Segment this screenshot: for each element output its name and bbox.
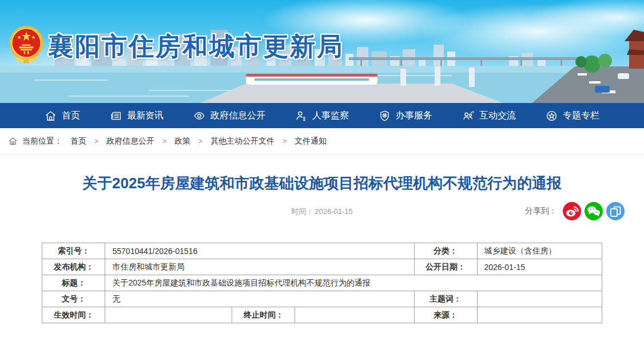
breadcrumb-link-doc-notice[interactable]: 文件通知 — [295, 136, 327, 146]
table-row: 生效时间： 终止时间： 来源： — [42, 307, 602, 323]
nav-item-services[interactable]: 办事服务 — [379, 110, 432, 122]
national-emblem-icon — [8, 24, 45, 68]
document-meta-table: 索引号： 557010441/2026-01516 分类： 城乡建设（含住房） … — [42, 243, 602, 323]
nav-label: 办事服务 — [396, 110, 432, 122]
meta-label-expiry: 终止时间： — [232, 307, 295, 323]
wechat-share-icon[interactable] — [585, 202, 603, 220]
breadcrumb-separator: > — [198, 137, 202, 145]
meta-label-effective: 生效时间： — [42, 307, 105, 323]
nav-item-news[interactable]: 最新资讯 — [110, 110, 164, 122]
breadcrumb-separator: > — [94, 137, 98, 145]
meta-value-category: 城乡建设（含住房） — [477, 243, 602, 259]
meta-value-effective — [105, 307, 232, 323]
share-bar: 分享到： — [525, 202, 625, 220]
nav-label: 政府信息公开 — [210, 110, 265, 122]
site-title[interactable]: 襄阳市住房和城市更新局 — [48, 30, 344, 64]
breadcrumb-link-policy[interactable]: 政策 — [174, 136, 190, 146]
time-label: 时间： — [291, 207, 313, 216]
nav-label: 首页 — [62, 110, 80, 122]
meta-label-category: 分类： — [414, 243, 477, 259]
nav-label: 最新资讯 — [127, 110, 164, 122]
share-label: 分享到： — [525, 206, 557, 216]
nav-item-interaction[interactable]: 互动交流 — [462, 110, 516, 122]
copy-doc-share-icon[interactable] — [606, 202, 625, 220]
meta-value-title: 关于2025年房屋建筑和市政基础设施项目招标代理机构不规范行为的通报 — [105, 275, 602, 291]
breadcrumb-separator: > — [162, 137, 166, 145]
meta-label-source: 来源： — [414, 307, 477, 323]
table-row: 发布机构： 市住房和城市更新局 公开日期： 2026-01-15 — [42, 259, 602, 275]
meta-value-index: 557010441/2026-01516 — [105, 243, 414, 259]
breadcrumb-home-icon — [8, 136, 18, 146]
nav-item-home[interactable]: 首页 — [45, 110, 80, 122]
nav-item-gov-info[interactable]: 政府信息公开 — [193, 110, 265, 122]
meta-label-docnum: 文号： — [42, 291, 105, 307]
site-banner: 襄阳市住房和城市更新局 — [0, 0, 644, 103]
eye-icon — [193, 110, 205, 122]
table-row: 标题： 关于2025年房屋建筑和市政基础设施项目招标代理机构不规范行为的通报 — [42, 275, 602, 291]
breadcrumb-separator: > — [283, 137, 287, 145]
person-icon — [295, 110, 307, 122]
breadcrumb-label: 当前位置： — [22, 136, 62, 146]
time-value: 2026-01-15 — [315, 207, 353, 216]
meta-value-source — [477, 307, 602, 323]
breadcrumb-link-gov-info[interactable]: 政府信息公开 — [106, 136, 154, 146]
weibo-share-icon[interactable] — [563, 202, 581, 220]
meta-value-docnum: 无 — [105, 291, 414, 307]
meta-label-keywords: 主题词： — [414, 291, 477, 307]
breadcrumb-link-other-public-docs[interactable]: 其他主动公开文件 — [210, 136, 275, 146]
news-icon — [110, 110, 122, 122]
table-row: 文号： 无 主题词： — [42, 291, 602, 307]
nav-label: 人事监察 — [312, 110, 349, 122]
meta-label-title: 标题： — [42, 275, 105, 291]
page-title: 关于2025年房屋建筑和市政基础设施项目招标代理机构不规范行为的通报 — [34, 173, 610, 193]
people-chat-icon — [462, 110, 474, 122]
meta-label-publisher: 发布机构： — [42, 259, 105, 275]
meta-value-pubdate: 2026-01-15 — [477, 259, 602, 275]
table-row: 索引号： 557010441/2026-01516 分类： 城乡建设（含住房） — [42, 243, 602, 259]
nav-item-special-columns[interactable]: 专题专栏 — [546, 110, 599, 122]
nav-label: 互动交流 — [479, 110, 516, 122]
meta-value-publisher: 市住房和城市更新局 — [105, 259, 414, 275]
meta-label-pubdate: 公开日期： — [414, 259, 477, 275]
meta-label-index: 索引号： — [42, 243, 105, 259]
article-meta-row: 时间：2026-01-15 分享到： — [0, 201, 644, 222]
main-nav: 首页 最新资讯 政府信息公开 人事监察 办事服务 互动交流 专题专栏 — [0, 103, 644, 128]
shield-icon — [379, 110, 391, 122]
meta-value-keywords — [477, 291, 602, 307]
nav-label: 专题专栏 — [563, 110, 599, 122]
home-icon — [45, 110, 57, 122]
breadcrumb: 当前位置： 首页 > 政府信息公开 > 政策 > 其他主动公开文件 > 文件通知 — [0, 128, 644, 154]
nav-item-personnel[interactable]: 人事监察 — [295, 110, 349, 122]
meta-value-expiry — [295, 307, 414, 323]
star-circle-icon — [546, 110, 558, 122]
breadcrumb-link-home[interactable]: 首页 — [70, 136, 86, 146]
